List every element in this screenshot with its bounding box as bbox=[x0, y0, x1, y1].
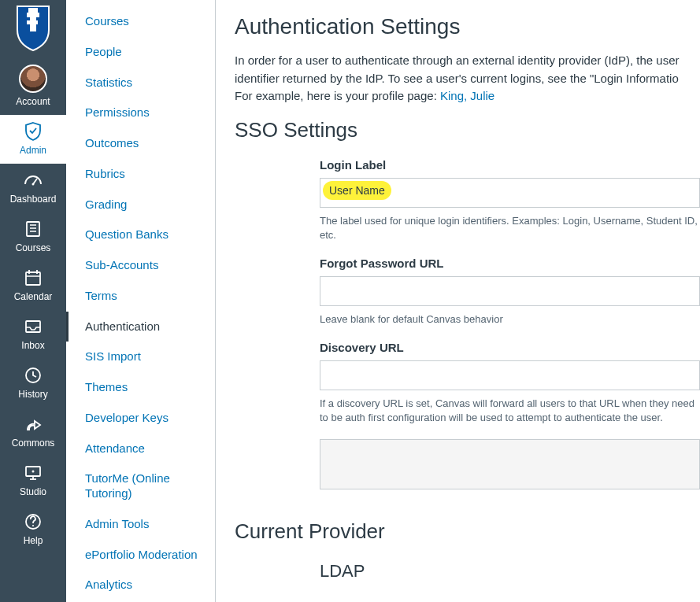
forgot-password-input[interactable] bbox=[320, 276, 700, 306]
nav-inbox[interactable]: Inbox bbox=[0, 310, 66, 359]
shield-icon bbox=[23, 121, 43, 142]
svg-point-5 bbox=[32, 183, 35, 186]
svg-rect-10 bbox=[26, 272, 40, 285]
nav-studio[interactable]: Studio bbox=[0, 456, 66, 505]
gauge-icon bbox=[23, 170, 43, 190]
nav-label: Account bbox=[16, 96, 50, 107]
snav-rubrics[interactable]: Rubrics bbox=[66, 159, 215, 190]
question-circle-icon bbox=[23, 512, 43, 532]
snav-question-banks[interactable]: Question Banks bbox=[66, 220, 215, 250]
nav-label: Commons bbox=[12, 438, 55, 449]
sso-settings-heading: SSO Settings bbox=[235, 118, 700, 142]
svg-rect-3 bbox=[28, 8, 38, 13]
snav-developer-keys[interactable]: Developer Keys bbox=[66, 403, 215, 434]
snav-themes[interactable]: Themes bbox=[66, 372, 215, 403]
intro-text: In order for a user to authenticate thro… bbox=[235, 52, 700, 105]
avatar bbox=[19, 65, 47, 93]
forgot-password-field: Forgot Password URL Leave blank for defa… bbox=[320, 257, 700, 327]
current-provider-heading: Current Provider bbox=[235, 519, 700, 544]
nav-calendar[interactable]: Calendar bbox=[0, 261, 66, 310]
snav-authentication[interactable]: Authentication bbox=[66, 312, 215, 342]
snav-analytics[interactable]: Analytics bbox=[66, 570, 215, 600]
login-label-help: The label used for unique login identifi… bbox=[320, 214, 700, 242]
svg-rect-1 bbox=[27, 13, 39, 17]
login-label-input[interactable] bbox=[320, 178, 700, 208]
snav-permissions[interactable]: Permissions bbox=[66, 98, 215, 128]
forgot-password-help: Leave blank for default Canvas behavior bbox=[320, 312, 700, 327]
snav-sub-accounts[interactable]: Sub-Accounts bbox=[66, 250, 215, 281]
monitor-icon bbox=[23, 463, 43, 483]
page-title: Authentication Settings bbox=[235, 14, 700, 39]
snav-terms[interactable]: Terms bbox=[66, 281, 215, 312]
svg-rect-6 bbox=[27, 222, 39, 236]
svg-point-21 bbox=[32, 525, 34, 526]
profile-link[interactable]: King, Julie bbox=[440, 89, 494, 102]
snav-eportfolio-moderation[interactable]: ePortfolio Moderation bbox=[66, 540, 215, 571]
snav-statistics[interactable]: Statistics bbox=[66, 68, 215, 98]
nav-commons[interactable]: Commons bbox=[0, 408, 66, 456]
discovery-url-field: Discovery URL If a discovery URL is set,… bbox=[320, 341, 700, 425]
forgot-password-label: Forgot Password URL bbox=[320, 257, 700, 270]
nav-label: Inbox bbox=[21, 340, 44, 351]
nav-label: Help bbox=[24, 535, 43, 546]
nav-history[interactable]: History bbox=[0, 359, 66, 408]
snav-courses[interactable]: Courses bbox=[66, 6, 215, 37]
login-label-field: Login Label User Name The label used for… bbox=[320, 158, 700, 242]
main-content: Authentication Settings In order for a u… bbox=[216, 0, 700, 602]
nav-admin[interactable]: Admin bbox=[0, 115, 66, 164]
sso-form: Login Label User Name The label used for… bbox=[320, 158, 700, 490]
snav-tutorme[interactable]: TutorMe (Online Tutoring) bbox=[66, 464, 215, 509]
snav-sis-import[interactable]: SIS Import bbox=[66, 342, 215, 372]
svg-rect-2 bbox=[27, 20, 38, 24]
snav-outcomes[interactable]: Outcomes bbox=[66, 128, 215, 159]
nav-label: Admin bbox=[20, 145, 46, 156]
settings-footer-box bbox=[320, 439, 700, 489]
global-nav: Account Admin Dashboard Courses Calendar bbox=[0, 0, 66, 602]
secondary-nav: Courses People Statistics Permissions Ou… bbox=[66, 0, 216, 602]
nav-label: Calendar bbox=[14, 291, 53, 302]
book-icon bbox=[23, 219, 43, 239]
nav-label: History bbox=[18, 389, 47, 400]
nav-label: Courses bbox=[16, 242, 51, 253]
nav-label: Dashboard bbox=[10, 194, 57, 205]
snav-attendance[interactable]: Attendance bbox=[66, 434, 215, 464]
calendar-icon bbox=[23, 268, 43, 288]
login-label-label: Login Label bbox=[320, 158, 700, 172]
discovery-url-label: Discovery URL bbox=[320, 341, 700, 354]
nav-label: Studio bbox=[20, 486, 46, 497]
clock-icon bbox=[23, 365, 43, 386]
nav-dashboard[interactable]: Dashboard bbox=[0, 164, 66, 212]
inbox-icon bbox=[23, 316, 43, 337]
nav-help[interactable]: Help bbox=[0, 505, 66, 554]
snav-grading[interactable]: Grading bbox=[66, 190, 215, 220]
share-arrow-icon bbox=[23, 414, 43, 434]
snav-people[interactable]: People bbox=[66, 37, 215, 68]
provider-name: LDAP bbox=[320, 561, 700, 582]
svg-point-17 bbox=[32, 471, 35, 473]
discovery-url-input[interactable] bbox=[320, 360, 700, 390]
nav-courses[interactable]: Courses bbox=[0, 212, 66, 261]
nav-account[interactable]: Account bbox=[0, 58, 66, 115]
institution-logo[interactable] bbox=[0, 0, 66, 58]
discovery-url-help: If a discovery URL is set, Canvas will f… bbox=[320, 397, 700, 425]
svg-rect-14 bbox=[26, 321, 40, 332]
snav-admin-tools[interactable]: Admin Tools bbox=[66, 509, 215, 540]
